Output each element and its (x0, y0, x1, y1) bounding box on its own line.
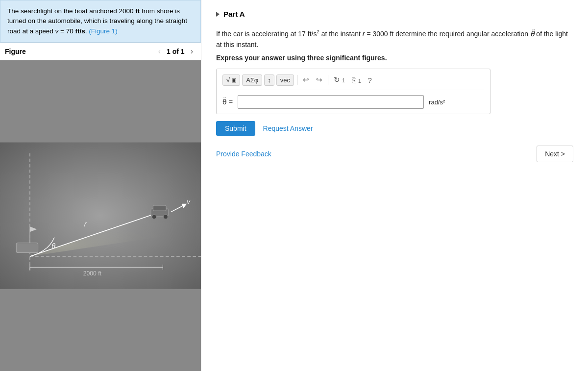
toolbar: √ ▣ ΑΣφ ↕ vec ↩ ↪ ↻ 1 (222, 74, 484, 90)
submit-button[interactable]: Submit (216, 121, 255, 136)
problem-text-content: The searchlight on the boat anchored 200… (7, 7, 187, 35)
part-title: Part A (223, 10, 245, 18)
svg-point-18 (164, 215, 168, 219)
request-answer-link[interactable]: Request Answer (263, 124, 313, 132)
theta-label: θ̈ = (222, 98, 233, 106)
help-label: ? (368, 76, 371, 84)
right-panel: Part A If the car is accelerating at 17 … (201, 0, 588, 371)
svg-point-17 (152, 215, 156, 219)
help-button[interactable]: ? (365, 74, 374, 86)
svg-text:θ: θ (51, 242, 55, 249)
aso-label: ΑΣφ (246, 76, 258, 84)
figure-next-btn[interactable]: › (188, 46, 196, 57)
figure-link[interactable]: (Figure 1) (89, 27, 118, 35)
sqrt-icon: √ (226, 76, 230, 84)
format-button[interactable]: ↕ (264, 74, 274, 86)
toolbar-separator-1 (297, 75, 297, 85)
figure-prev-btn[interactable]: ‹ (155, 46, 164, 57)
answer-input[interactable] (238, 95, 424, 109)
instruction-text: Express your answer using three signific… (216, 54, 573, 62)
question-text: If the car is accelerating at 17 ft/s2 a… (216, 28, 573, 50)
provide-feedback-link[interactable]: Provide Feedback (216, 150, 271, 158)
undo-button[interactable]: ↩ (300, 74, 312, 86)
figure-header: Figure ‹ 1 of 1 › (0, 43, 201, 60)
vec-button[interactable]: vec (276, 74, 294, 86)
cycle-subscript: 1 (342, 78, 345, 83)
format-icon: ↕ (268, 76, 271, 84)
svg-rect-16 (153, 205, 166, 211)
keyboard-icon: ⎘ (352, 76, 356, 84)
figure-label: Figure (5, 48, 26, 55)
bottom-row: Provide Feedback Next > (216, 146, 573, 162)
sqrt-label: ▣ (231, 77, 236, 83)
figure-section: Figure ‹ 1 of 1 › (0, 43, 201, 371)
cycle-icon: ↻ (334, 75, 340, 84)
figure-pagination: 1 of 1 (167, 48, 185, 55)
keyboard-subscript: 1 (358, 78, 361, 84)
svg-rect-12 (16, 243, 38, 252)
svg-text:2000 ft: 2000 ft (83, 270, 102, 277)
problem-description: The searchlight on the boat anchored 200… (0, 0, 201, 43)
keyboard-button[interactable]: ⎘ 1 (349, 74, 364, 86)
redo-button[interactable]: ↪ (314, 74, 325, 86)
collapse-icon[interactable] (216, 12, 220, 17)
toolbar-separator-2 (328, 75, 328, 85)
part-header: Part A (216, 10, 573, 18)
figure-svg: 2000 ft r θ θ̈ (0, 60, 201, 371)
action-row: Submit Request Answer (216, 121, 573, 136)
next-button[interactable]: Next > (537, 146, 573, 162)
redo-icon: ↪ (316, 75, 322, 84)
cycle-button[interactable]: ↻ 1 (331, 74, 347, 86)
undo-icon: ↩ (303, 75, 309, 84)
sqrt-button[interactable]: √ ▣ (222, 74, 240, 86)
answer-box: √ ▣ ΑΣφ ↕ vec ↩ ↪ ↻ 1 (216, 69, 490, 114)
unit-label: rad/s² (429, 99, 445, 106)
input-row: θ̈ = rad/s² (222, 95, 484, 109)
aso-button[interactable]: ΑΣφ (242, 74, 262, 86)
figure-image: 2000 ft r θ θ̈ (0, 60, 201, 371)
vec-label: vec (280, 76, 290, 84)
